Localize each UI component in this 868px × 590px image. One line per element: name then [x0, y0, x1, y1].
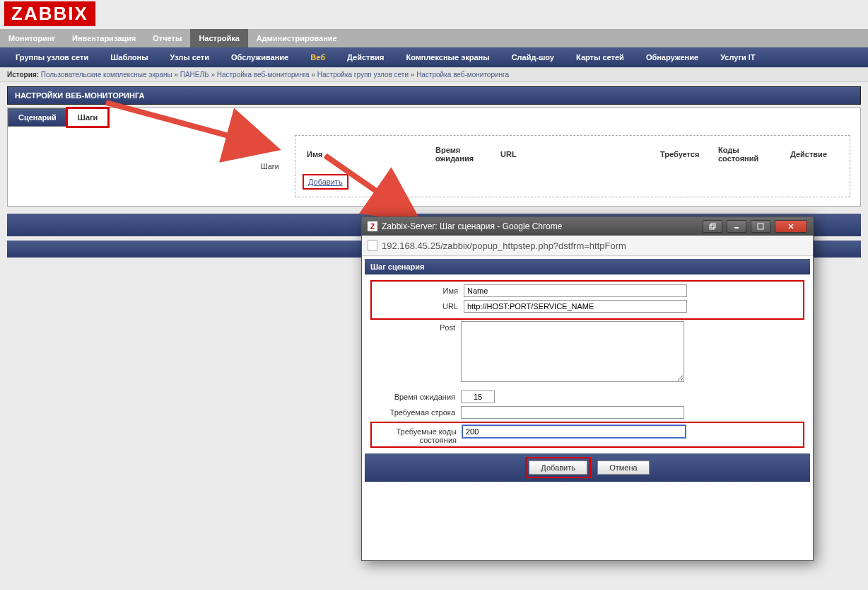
window-title-text: Zabbix-Server: Шаг сценария - Google Chr…: [382, 221, 562, 231]
col-action: Действие: [786, 143, 843, 166]
subnav-web[interactable]: Веб: [300, 47, 335, 67]
window-close-icon[interactable]: [775, 220, 807, 233]
codes-label: Требуемые коды состояния: [372, 425, 462, 444]
timeout-label: Время ожидания: [370, 391, 461, 401]
window-maximize-icon[interactable]: [751, 220, 770, 233]
reqstring-label: Требуемая строка: [370, 406, 461, 417]
col-codes: Коды состояний: [714, 143, 785, 166]
window-popout-icon[interactable]: [703, 220, 722, 233]
subnav-maps[interactable]: Карты сетей: [566, 47, 634, 67]
add-step-link[interactable]: Добавить: [303, 174, 348, 190]
subnav-itservices[interactable]: Услуги IT: [710, 47, 765, 67]
crumb-0[interactable]: Пользовательские комплексные экраны: [41, 71, 172, 79]
col-url: URL: [496, 143, 655, 166]
nav-monitoring[interactable]: Мониторинг: [0, 29, 64, 47]
popup-cancel-button[interactable]: Отмена: [597, 461, 649, 475]
crumb-3[interactable]: Настройка групп узлов сети: [317, 71, 409, 79]
nav-inventory[interactable]: Инвентаризация: [64, 29, 144, 47]
post-label: Post: [370, 321, 461, 332]
subnav-actions[interactable]: Действия: [337, 47, 394, 67]
subnav-slideshows[interactable]: Слайд-шоу: [502, 47, 564, 67]
tab-scenario[interactable]: Сценарий: [8, 108, 67, 127]
steps-label: Шаги: [18, 135, 293, 197]
col-timeout: Время ожидания: [431, 143, 495, 166]
nav-reports[interactable]: Отчеты: [144, 29, 190, 47]
page-title: НАСТРОЙКИ ВЕБ-МОНИТОРИНГА: [7, 86, 861, 105]
name-label: Имя: [373, 284, 464, 295]
popup-button-bar: Добавить Отмена: [365, 453, 810, 482]
crumb-4[interactable]: Настройка веб-мониторинга: [416, 71, 509, 79]
url-label: URL: [373, 300, 464, 311]
sub-nav: Группы узлов сети Шаблоны Узлы сети Обсл…: [0, 47, 868, 67]
subnav-templates[interactable]: Шаблоны: [100, 47, 158, 67]
crumb-2[interactable]: Настройка веб-мониторинга: [217, 71, 310, 79]
logo: ZABBIX: [4, 1, 95, 26]
zabbix-favicon: Z: [368, 221, 377, 231]
nav-configuration[interactable]: Настройка: [190, 29, 247, 47]
crumb-1[interactable]: ПАНЕЛЬ: [180, 71, 209, 79]
page-icon: [368, 240, 377, 251]
window-titlebar[interactable]: Z Zabbix-Server: Шаг сценария - Google C…: [362, 217, 813, 236]
tab-steps[interactable]: Шаги: [67, 108, 109, 127]
nav-administration[interactable]: Администрирование: [248, 29, 346, 47]
top-nav: МониторингИнвентаризацияОтчетыНастройкаА…: [0, 29, 868, 47]
codes-input[interactable]: [462, 425, 686, 438]
reqstring-input[interactable]: [461, 406, 684, 419]
url-text: 192.168.45.25/zabbix/popup_httpstep.php?…: [382, 241, 626, 251]
subnav-discovery[interactable]: Обнаружение: [636, 47, 708, 67]
svg-rect-2: [710, 225, 714, 229]
subnav-hosts[interactable]: Узлы сети: [160, 47, 219, 67]
popup-panel-title: Шаг сценария: [365, 259, 810, 274]
svg-rect-5: [758, 224, 763, 229]
window-minimize-icon[interactable]: [727, 220, 746, 233]
popup-window: Z Zabbix-Server: Шаг сценария - Google C…: [361, 216, 814, 561]
url-input[interactable]: [464, 300, 687, 313]
address-bar[interactable]: 192.168.45.25/zabbix/popup_httpstep.php?…: [362, 236, 813, 256]
col-required: Требуется: [656, 143, 712, 166]
breadcrumb-label: История:: [7, 71, 39, 79]
name-input[interactable]: [464, 284, 687, 297]
timeout-input[interactable]: [461, 391, 495, 403]
subnav-screens[interactable]: Комплексные экраны: [396, 47, 499, 67]
post-textarea[interactable]: [461, 321, 684, 382]
popup-add-button[interactable]: Добавить: [529, 461, 587, 475]
subnav-hostgroups[interactable]: Группы узлов сети: [6, 47, 98, 67]
col-name: Имя: [303, 143, 430, 166]
svg-rect-3: [711, 224, 715, 228]
subnav-maintenance[interactable]: Обслуживание: [221, 47, 298, 67]
breadcrumb: История: Пользовательские комплексные эк…: [0, 67, 868, 82]
